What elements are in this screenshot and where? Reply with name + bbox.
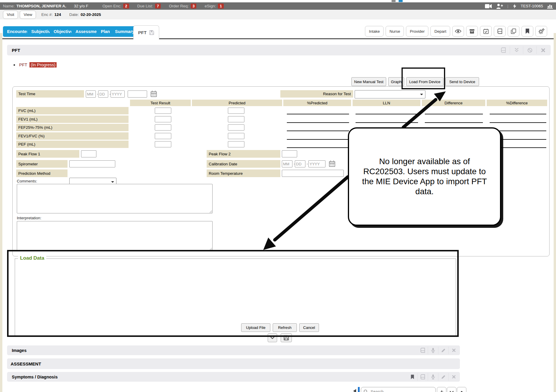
view-button[interactable]: View: [20, 11, 36, 19]
interpretation-textarea[interactable]: [17, 221, 213, 251]
enc-number-value: 124: [55, 12, 61, 17]
collapse-section-button[interactable]: [268, 333, 277, 342]
resize-handle[interactable]: [210, 248, 212, 251]
calibration-month-input[interactable]: [282, 160, 292, 167]
calendar-picker-icon[interactable]: [329, 160, 335, 167]
pft-print-button[interactable]: [497, 46, 510, 54]
reason-for-test-select[interactable]: [355, 90, 425, 98]
move-down-button[interactable]: [447, 387, 456, 392]
calibration-day-input[interactable]: [295, 160, 305, 167]
add-user-icon[interactable]: [496, 4, 503, 9]
col-lln: LLN: [353, 100, 420, 106]
blank-line: [356, 122, 418, 123]
fvc-test-result-input[interactable]: [155, 108, 171, 114]
provider-button[interactable]: Provider: [406, 26, 428, 37]
pft-close-button[interactable]: [536, 46, 550, 54]
refresh-button[interactable]: Refresh: [273, 323, 297, 332]
symptoms-dictate-button[interactable]: [428, 373, 438, 381]
symptoms-print-button[interactable]: [417, 373, 428, 381]
upload-file-button[interactable]: Upload File: [241, 323, 270, 332]
reason-for-test-label: Reason for Test: [280, 90, 353, 98]
copy-chart-button[interactable]: [508, 26, 519, 37]
symptoms-edit-button[interactable]: [438, 373, 448, 381]
cancel-button[interactable]: Cancel: [299, 323, 319, 332]
peak-flow-1-input[interactable]: [81, 150, 96, 157]
pft-tab-label: PFT: [138, 30, 147, 35]
test-time-month-input[interactable]: [86, 90, 96, 98]
collapse-left-icon[interactable]: [353, 389, 356, 392]
tab-pft-active[interactable]: PFT: [133, 25, 159, 39]
symptoms-close-button[interactable]: [448, 373, 459, 381]
nurse-button[interactable]: Nurse: [386, 26, 404, 37]
book-icon: [420, 348, 425, 353]
open-enc-badge[interactable]: 2: [123, 4, 129, 9]
fef-predicted-input[interactable]: [228, 124, 244, 131]
images-close-button[interactable]: [448, 347, 459, 354]
esign-badge[interactable]: 1: [218, 4, 223, 9]
assessment-section-bar: ASSESSMENT: [7, 358, 460, 369]
browser-artifact: [391, 0, 396, 2]
lightning-icon[interactable]: [512, 4, 516, 9]
graph-button[interactable]: Graph: [388, 77, 404, 86]
save-section-button[interactable]: [281, 333, 292, 342]
fev1-fvc-predicted-input[interactable]: [228, 133, 244, 139]
test-time-day-input[interactable]: [98, 90, 108, 98]
due-list-badge[interactable]: 7: [155, 4, 161, 9]
load-data-legend: Load Data: [18, 255, 46, 261]
pef-predicted-input[interactable]: [228, 141, 244, 147]
pft-status-item[interactable]: PFT (In Progress): [14, 62, 57, 67]
depart-button[interactable]: Depart: [430, 26, 450, 37]
test-time-label: Test Time: [16, 90, 84, 98]
book-icon: [501, 47, 506, 53]
send-to-device-button[interactable]: Send to Device: [445, 77, 479, 86]
chart-stats-icon[interactable]: [547, 4, 553, 9]
settings-button[interactable]: [535, 26, 547, 37]
pft-disable-button[interactable]: [523, 46, 536, 54]
schedule-button[interactable]: [480, 26, 492, 37]
blank-line: [425, 122, 483, 123]
fef-test-result-input[interactable]: [155, 124, 171, 131]
row-label-fef: FEF25%-75% (mL): [16, 124, 129, 131]
fev1-test-result-input[interactable]: [155, 116, 171, 122]
blank-line: [425, 114, 483, 114]
search-field[interactable]: [361, 387, 436, 392]
fev1-fvc-test-result-input[interactable]: [155, 133, 171, 139]
search-input[interactable]: [370, 389, 427, 392]
comments-textarea[interactable]: [17, 184, 213, 213]
test-time-time-input[interactable]: [128, 90, 147, 98]
save-icon: [284, 335, 289, 340]
images-edit-button[interactable]: [438, 347, 448, 354]
intake-button[interactable]: Intake: [365, 26, 384, 37]
eye-button[interactable]: [452, 26, 464, 37]
fvc-predicted-input[interactable]: [228, 108, 244, 114]
fev1-predicted-input[interactable]: [228, 116, 244, 122]
video-call-icon[interactable]: [485, 4, 492, 9]
visit-button[interactable]: Visit: [3, 11, 18, 19]
resize-handle[interactable]: [210, 210, 212, 213]
move-up-button[interactable]: [457, 387, 466, 392]
calendar-picker-icon[interactable]: [151, 90, 157, 97]
spirometer-input[interactable]: [69, 160, 115, 167]
calibration-year-input[interactable]: [308, 160, 325, 167]
images-dictate-button[interactable]: [428, 347, 438, 354]
chart-book-button[interactable]: [494, 26, 506, 37]
images-print-button[interactable]: [418, 347, 428, 354]
blank-line: [490, 122, 546, 123]
order-req-badge[interactable]: 3: [191, 4, 196, 9]
room-temperature-input[interactable]: [282, 170, 344, 177]
pencil-icon: [441, 375, 446, 379]
new-manual-test-button[interactable]: New Manual Test: [351, 77, 386, 86]
test-time-year-input[interactable]: [111, 90, 125, 98]
col-pct-predicted: %Predicted: [283, 100, 351, 106]
symptoms-bookmark-button[interactable]: [407, 373, 417, 381]
enc-number-label: Enc #:: [41, 12, 52, 17]
pef-test-result-input[interactable]: [155, 141, 171, 147]
peak-flow-2-input[interactable]: [282, 150, 297, 157]
pft-collapse-button[interactable]: [510, 46, 523, 54]
pft-section-bar: PFT: [7, 45, 551, 55]
load-from-device-button[interactable]: Load From Device: [406, 77, 443, 86]
archive-button[interactable]: [466, 26, 478, 37]
prediction-method-label: Prediction Method: [16, 169, 68, 177]
bookmark-button[interactable]: [522, 26, 533, 37]
add-diagnosis-button[interactable]: [437, 387, 446, 392]
